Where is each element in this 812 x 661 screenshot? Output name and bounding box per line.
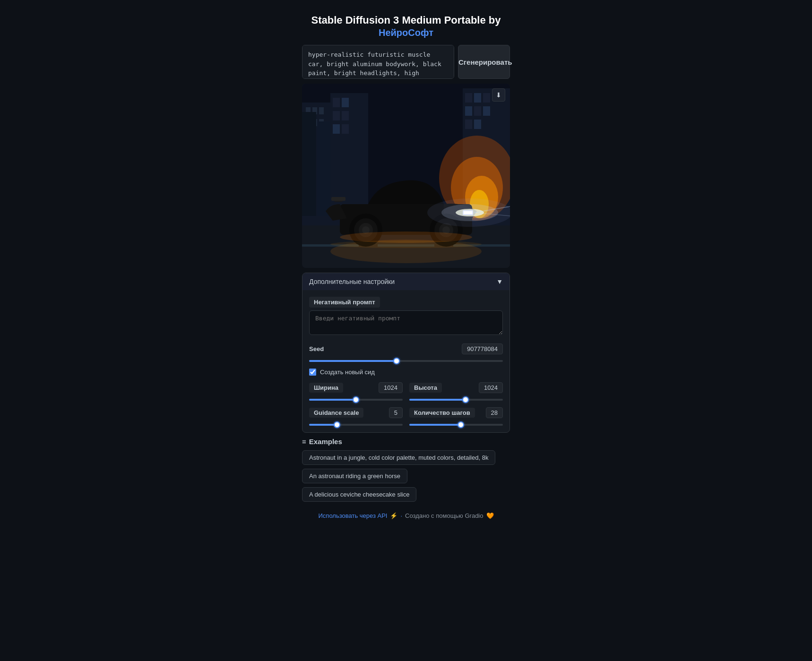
svg-rect-8 (302, 112, 316, 216)
app-subtitle-link[interactable]: НейроСофт (302, 27, 510, 38)
advanced-chevron-icon: ▼ (496, 278, 503, 285)
footer-built-text: Создано с помощью Gradio (405, 512, 483, 519)
car-scene-svg (302, 84, 510, 268)
dimensions-row: Ширина 1024 Высота 1024 (309, 382, 503, 401)
steps-value: 28 (486, 407, 503, 418)
steps-slider-thumb[interactable] (458, 421, 464, 428)
negative-prompt-group: Негативный промпт (309, 297, 503, 337)
svg-rect-21 (465, 106, 472, 116)
seed-slider-thumb[interactable] (393, 358, 400, 364)
guidance-value: 5 (389, 407, 403, 418)
prompt-input[interactable] (302, 45, 454, 79)
svg-rect-4 (319, 107, 324, 114)
steps-slider-track[interactable] (409, 424, 503, 426)
examples-header: ≡ Examples (302, 438, 510, 446)
new-seed-checkbox-row: Создать новый сид (309, 369, 503, 376)
seed-slider-track[interactable] (309, 360, 503, 362)
negative-prompt-label: Негативный промпт (309, 297, 380, 308)
advanced-settings-label: Дополнительные настройки (309, 278, 395, 285)
app-title: Stable Diffusion 3 Medium Portable by (302, 14, 510, 26)
svg-rect-12 (342, 98, 349, 107)
svg-rect-25 (474, 120, 481, 129)
example-item-3[interactable]: A delicious ceviche cheesecake slice (302, 487, 416, 502)
svg-rect-23 (483, 106, 490, 116)
svg-rect-19 (474, 93, 481, 103)
footer: Использовать через API ⚡ · Создано с пом… (302, 512, 510, 519)
width-value: 1024 (379, 382, 403, 393)
api-icon: ⚡ (390, 512, 397, 519)
examples-label: Examples (309, 438, 342, 446)
guidance-slider-thumb[interactable] (334, 421, 340, 428)
seed-group: Seed 907778084 (309, 343, 503, 362)
svg-rect-22 (474, 106, 481, 116)
height-slider-track[interactable] (409, 399, 503, 401)
footer-dot: · (400, 512, 402, 519)
width-group: Ширина 1024 (309, 382, 403, 401)
svg-rect-50 (464, 211, 472, 214)
advanced-settings-header[interactable]: Дополнительные настройки ▼ (302, 273, 510, 290)
example-item-2[interactable]: An astronaut riding a green horse (302, 469, 407, 483)
width-slider-track[interactable] (309, 399, 403, 401)
guidance-group: Guidance scale 5 (309, 407, 403, 426)
svg-rect-15 (333, 124, 340, 134)
svg-rect-20 (483, 93, 490, 103)
svg-rect-14 (342, 111, 349, 120)
advanced-settings-body: Негативный промпт Seed 907778084 Создать… (302, 290, 510, 432)
height-group: Высота 1024 (409, 382, 503, 401)
negative-prompt-input[interactable] (309, 310, 503, 335)
steps-slider-fill (409, 424, 461, 426)
example-item-1[interactable]: Astronaut in a jungle, cold color palett… (302, 450, 495, 465)
height-label: Высота (409, 383, 442, 393)
width-label: Ширина (309, 383, 343, 393)
advanced-settings-section: Дополнительные настройки ▼ Негативный пр… (302, 273, 510, 433)
height-slider-thumb[interactable] (462, 396, 469, 403)
new-seed-label: Создать новый сид (320, 369, 375, 376)
guidance-slider-fill (309, 424, 337, 426)
download-icon: ⬇ (496, 91, 501, 99)
generate-button[interactable]: Сгенерировать (458, 45, 510, 79)
svg-rect-16 (342, 124, 349, 134)
footer-api-text: Использовать через API (319, 512, 388, 519)
download-button[interactable]: ⬇ (492, 88, 505, 102)
image-container: ⬇ (302, 84, 510, 268)
steps-label: Количество шагов (409, 408, 475, 418)
steps-group: Количество шагов 28 (409, 407, 503, 426)
svg-rect-37 (331, 197, 346, 201)
footer-built-icon: 🧡 (486, 512, 494, 519)
prompt-area: Сгенерировать (302, 45, 510, 79)
svg-rect-13 (333, 111, 340, 120)
svg-rect-24 (465, 120, 472, 129)
api-link[interactable]: Использовать через API (319, 512, 388, 519)
guidance-label: Guidance scale (309, 408, 363, 418)
examples-icon: ≡ (302, 438, 306, 446)
svg-rect-11 (333, 98, 340, 107)
seed-value: 907778084 (462, 343, 503, 354)
params-row: Guidance scale 5 Количество шагов 28 (309, 407, 503, 426)
width-slider-thumb[interactable] (353, 396, 359, 403)
svg-rect-18 (465, 93, 472, 103)
svg-point-54 (330, 240, 482, 248)
examples-grid: Astronaut in a jungle, cold color palett… (302, 450, 510, 502)
seed-slider-fill (309, 360, 397, 362)
examples-section: ≡ Examples Astronaut in a jungle, cold c… (302, 438, 510, 502)
height-value: 1024 (479, 382, 503, 393)
height-slider-fill (409, 399, 466, 401)
seed-label: Seed (309, 345, 324, 352)
guidance-slider-track[interactable] (309, 424, 403, 426)
generated-image (302, 84, 510, 268)
new-seed-checkbox[interactable] (309, 369, 316, 376)
svg-rect-9 (317, 121, 330, 216)
width-slider-fill (309, 399, 356, 401)
